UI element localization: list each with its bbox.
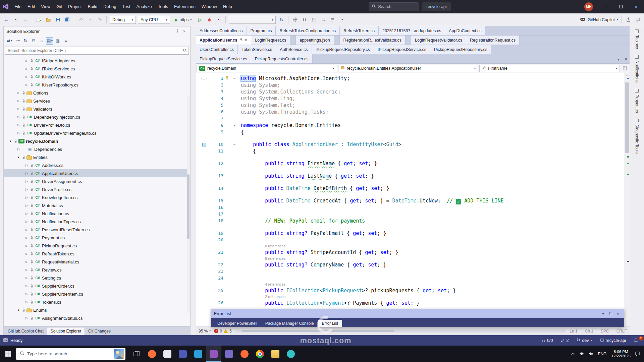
volume-icon[interactable] (589, 352, 593, 356)
editor-tab-refreshtokenconfiguration-cs[interactable]: RefreshTokenConfiguration.cs (276, 26, 339, 35)
menu-file[interactable]: File (11, 0, 24, 13)
undo-dropdown-icon[interactable]: ▾ (87, 16, 94, 24)
taskbar-postman-icon[interactable] (237, 346, 252, 362)
zoom-control[interactable]: 95 %▾ (199, 329, 211, 334)
code-line-16[interactable]: 16 (196, 204, 624, 211)
code-line-5[interactable]: 5using System.Text; (196, 102, 624, 109)
language-indicator[interactable]: ENG (598, 352, 606, 356)
switch-views-icon[interactable]: ⇄▾ (6, 37, 13, 45)
solution-name-pill[interactable]: recycle-api (422, 2, 450, 11)
codelens-references[interactable]: 8 references (196, 256, 624, 261)
refresh-icon[interactable]: ↻ (22, 37, 29, 45)
expander-expanded-icon[interactable]: ▾ (16, 308, 21, 312)
editor-tab-authservice-cs[interactable]: AuthService.cs (276, 45, 312, 54)
editor-tab-appdbcontext-cs[interactable]: AppDbContext.cs (445, 26, 485, 35)
properties-icon[interactable]: ≡ (62, 37, 69, 45)
taskbar-file-explorer-icon[interactable] (268, 346, 283, 362)
maximize-button[interactable] (613, 0, 629, 13)
tree-item-setting-cs[interactable]: ▷C#Setting.cs (4, 274, 190, 282)
save-all-icon[interactable] (63, 16, 71, 24)
expander-collapsed-icon[interactable]: ▷ (24, 220, 29, 223)
menu-view[interactable]: View (38, 0, 53, 13)
tab-overflow-icon[interactable]: ▾ (615, 58, 622, 61)
code-line-14[interactable]: 14 public DateTime DateOfBirth { get; se… (196, 185, 624, 192)
tree-item-validators[interactable]: ▷Validators (4, 105, 190, 113)
start-debugging-button[interactable]: ▶https▾ (172, 15, 194, 24)
code-line-19[interactable]: 19 public string? PayPalEmail { get; set… (196, 230, 624, 237)
editor-tab-pickuprequestscontroller-cs[interactable]: PickupRequestsController.cs (251, 54, 313, 63)
code-line-9[interactable]: 9{ (196, 129, 624, 135)
fold-chevron-icon[interactable] (231, 75, 238, 82)
solution-search-input[interactable] (5, 47, 189, 55)
view-code-icon[interactable]: ▥ (54, 37, 61, 45)
web-browser-icon[interactable] (291, 16, 299, 24)
expander-collapsed-icon[interactable]: ▷ (24, 75, 29, 78)
menu-project[interactable]: Project (65, 0, 85, 13)
collapse-all-icon[interactable]: ⊟ (30, 37, 37, 45)
taskbar-vs-installer-icon[interactable] (221, 346, 237, 362)
code-line-12[interactable]: 12 public string FirstName { get; set; } (196, 160, 624, 167)
tree-item-driverassignment-cs[interactable]: ▷C#DriverAssignment.cs (4, 177, 190, 185)
tree-item-iunitofwork-cs[interactable]: ▷C#IUnitOfWork.cs (4, 73, 190, 81)
expander-collapsed-icon[interactable]: ▷ (24, 276, 29, 280)
close-button[interactable]: × (629, 0, 644, 13)
feedback-icon[interactable] (634, 16, 641, 24)
show-all-files-icon[interactable]: ▤▾ (46, 37, 53, 45)
document-health-indicator[interactable]: ×0 5 (214, 329, 231, 334)
expander-collapsed-icon[interactable]: ▷ (24, 292, 29, 296)
refresh-icon[interactable]: ↻ (278, 16, 285, 24)
editor-tab-loginrequestvalidator-cs[interactable]: LoginRequestValidator.cs (411, 36, 466, 45)
repository-picker[interactable]: recycle-api (597, 335, 629, 346)
member-dropdown[interactable]: FirstName▾ (479, 65, 620, 72)
solution-platform-dropdown[interactable]: Any CPU▾ (138, 16, 170, 24)
editor-scrollbar[interactable]: ▴ (624, 73, 630, 326)
expander-collapsed-icon[interactable]: ▷ (24, 59, 29, 62)
taskbar-chrome-icon[interactable] (252, 346, 268, 362)
code-line-25[interactable]: 25 public ICollection<PickupRequest>? pi… (196, 287, 624, 294)
expander-collapsed-icon[interactable]: ▷ (16, 99, 21, 103)
code-line-7[interactable]: 7 (196, 115, 624, 122)
code-line-4[interactable]: 4using System.Linq; (196, 95, 624, 102)
editor-tab-tokenservice-cs[interactable]: TokenService.cs (238, 45, 276, 54)
code-line-22[interactable]: 22 public string? CompanyName { get; set… (196, 261, 624, 268)
editor-tab-applicationuser-cs[interactable]: ApplicationUser.cs× (196, 36, 251, 45)
menu-extensions[interactable]: Extensions (171, 0, 199, 13)
expander-collapsed-icon[interactable]: ▷ (24, 212, 29, 215)
panel-tab-github-copilot-chat[interactable]: GitHub Copilot Chat (4, 327, 47, 335)
expander-collapsed-icon[interactable]: ▷ (24, 284, 29, 288)
action-center-icon[interactable] (635, 352, 640, 356)
code-line-10[interactable]: 10 public class ApplicationUser : Identi… (196, 141, 624, 148)
editor-tab-refreshtoken-cs[interactable]: RefreshToken.cs (340, 26, 379, 35)
git-sync-status[interactable]: ↑↓0/0 (539, 335, 555, 346)
pin-icon[interactable] (174, 29, 181, 34)
editor-tab-registerationr-estvalidator-cs[interactable]: RegisterationR...estValidator.cs (339, 36, 406, 45)
save-icon[interactable] (54, 16, 61, 24)
code-line-24[interactable]: 24 (196, 275, 624, 282)
taskbar-vscode-icon[interactable] (191, 346, 206, 362)
horizontal-scrollbar[interactable] (235, 329, 567, 333)
side-tab-diagnostic-tools[interactable]: Diagnostic Tools (635, 119, 639, 154)
tree-item-review-cs[interactable]: ▷C#Review.cs (4, 266, 190, 274)
editor-tab-addressescontroller-cs[interactable]: AddressesController.cs (196, 26, 247, 35)
tree-item-istripeadapter-cs[interactable]: ▷C#IStripeAdapter.cs (4, 57, 190, 65)
expander-collapsed-icon[interactable]: ▷ (24, 252, 29, 255)
codelens-references[interactable]: 4 references (196, 282, 624, 287)
taskbar-search-input[interactable]: Type here to search (16, 348, 125, 360)
indent-indicator[interactable]: SPC (601, 329, 609, 334)
network-icon[interactable] (579, 352, 584, 356)
code-line-6[interactable]: 6using System.Threading.Tasks; (196, 109, 624, 115)
tree-item-address-cs[interactable]: ▷C#Address.cs (4, 161, 190, 169)
tree-item-supplierorder-cs[interactable]: ▷C#SupplierOrder.cs (4, 282, 190, 290)
tree-item-refreshtoken-cs[interactable]: ▷C#RefreshToken.cs (4, 250, 190, 258)
startup-item-dropdown[interactable]: ▾ (229, 16, 276, 24)
taskbar-edge-icon[interactable] (283, 346, 299, 362)
navigate-back-dropdown-icon[interactable]: ▾ (12, 16, 19, 24)
menu-build[interactable]: Build (85, 0, 100, 13)
open-file-icon[interactable] (45, 16, 52, 24)
code-line-15[interactable]: 15 public DateTime CreatedAt { get; set;… (196, 197, 624, 204)
editor-tab-ipickuprequestservice-cs[interactable]: IPickupRequestService.cs (374, 45, 430, 54)
redo-icon[interactable]: ↷ (96, 16, 103, 24)
code-editor[interactable]: {…}1using Microsoft.AspNetCore.Identity;… (196, 73, 630, 326)
codelens-references[interactable]: 2 references (196, 294, 624, 300)
weather-widget-thumbnail[interactable] (114, 349, 124, 359)
